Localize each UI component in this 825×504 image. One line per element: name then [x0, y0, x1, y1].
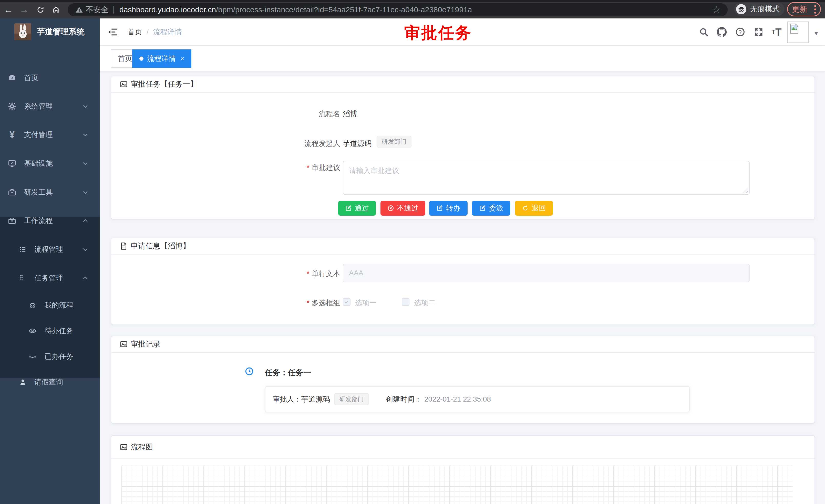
check-icon — [344, 300, 349, 305]
sidebar-item-todo-tasks[interactable]: 待办任务 — [0, 318, 100, 344]
initiator-label: 流程发起人 — [258, 139, 340, 149]
font-size-button[interactable]: TT — [771, 26, 782, 38]
chevron-down-icon — [82, 246, 89, 253]
url-path[interactable]: /bpm/process-instance/detail?id=54aa251f… — [216, 5, 472, 14]
screen: ← → 不安全 dashboard.yudao.iocoder.cn/bpm/p… — [0, 0, 825, 504]
sidebar-item-leave-query[interactable]: 请假查询 — [0, 369, 100, 395]
delegate-button[interactable]: 委派 — [472, 201, 510, 216]
search-button[interactable] — [698, 26, 710, 38]
dashboard-icon — [8, 74, 16, 82]
resize-handle[interactable] — [743, 188, 748, 193]
chevron-down-icon — [82, 103, 89, 110]
address-bar[interactable]: 不安全 dashboard.yudao.iocoder.cn/bpm/proce… — [68, 3, 728, 16]
checkbox-group-label: *多选框组 — [258, 298, 340, 308]
initiator-dept-tag: 研发部门 — [377, 136, 411, 148]
avatar-caret-icon[interactable]: ▼ — [813, 30, 819, 37]
sidebar-item-payment[interactable]: ¥ 支付管理 — [0, 120, 100, 149]
timeline-task-title: 任务：任务一 — [265, 367, 311, 378]
briefcase-icon — [8, 217, 16, 225]
sidebar-item-task-management[interactable]: 任务管理 — [0, 264, 100, 292]
list-tree-icon — [18, 245, 27, 254]
bpmn-canvas[interactable] — [122, 466, 793, 504]
toolbox-icon — [8, 188, 16, 197]
browser-update-menu[interactable]: 更新 — [787, 2, 821, 16]
chevron-up-icon — [82, 275, 89, 281]
github-button[interactable] — [716, 26, 728, 38]
security-label[interactable]: 不安全 — [86, 5, 108, 15]
browser-home-button[interactable] — [51, 5, 61, 15]
incognito-label: 无痕模式 — [750, 4, 780, 14]
edit-icon — [436, 205, 443, 212]
return-button[interactable]: 退回 — [515, 201, 553, 216]
chevron-down-icon — [82, 160, 89, 167]
breadcrumb-home[interactable]: 首页 — [128, 27, 142, 37]
created-time-label: 创建时间： — [386, 394, 422, 404]
avatar[interactable] — [787, 21, 809, 43]
approve-button[interactable]: 通过 — [338, 201, 376, 216]
fullscreen-icon — [754, 27, 763, 37]
sidebar-item-my-process[interactable]: 我的流程 — [0, 292, 100, 318]
sidebar-item-dev-tools[interactable]: 研发工具 — [0, 178, 100, 207]
close-icon[interactable]: × — [180, 55, 184, 63]
fullscreen-button[interactable] — [753, 26, 764, 38]
gear-icon — [8, 102, 16, 111]
broken-image-icon — [789, 23, 800, 34]
suggestion-textarea-wrap — [343, 161, 750, 195]
card-title: 申请信息【滔博】 — [131, 241, 190, 251]
approval-task-card: 审批任务【任务一】 流程名 滔博 流程发起人 芋道源码 研发部门 *审批建议 通… — [111, 76, 815, 220]
bookmark-star-icon[interactable]: ☆ — [712, 4, 721, 15]
checkbox-option-2[interactable] — [402, 298, 409, 306]
browser-forward-button[interactable]: → — [19, 5, 29, 15]
picture-icon — [120, 340, 128, 348]
reject-button[interactable]: 不通过 — [380, 201, 425, 216]
kebab-menu-icon[interactable] — [814, 5, 816, 14]
checkbox-option-1-label: 选项一 — [355, 298, 377, 308]
sidebar-item-process-management[interactable]: 流程管理 — [0, 235, 100, 264]
required-asterisk: * — [307, 164, 309, 172]
sidebar: 芋道管理系统 首页 系统管理 ¥ 支付管理 基础设施 研发工具 — [0, 18, 100, 504]
picture-icon — [120, 443, 128, 451]
window-frame — [0, 0, 825, 2]
flow-icon — [18, 274, 27, 282]
browser-back-button[interactable]: ← — [3, 5, 14, 15]
face-icon — [28, 301, 37, 310]
document-icon — [120, 242, 128, 250]
initiator-value: 芋道源码 — [343, 139, 372, 149]
approval-record-card: 审批记录 任务：任务一 审批人： 芋道源码 研发部门 创建时间： 2022-01… — [111, 336, 815, 424]
single-line-text-input[interactable] — [343, 264, 750, 282]
monitor-icon — [8, 159, 16, 168]
transfer-button[interactable]: 转办 — [429, 201, 468, 216]
person-icon — [18, 378, 27, 387]
help-button[interactable]: ? — [734, 26, 746, 38]
process-name-label: 流程名 — [258, 109, 340, 119]
sidebar-item-system[interactable]: 系统管理 — [0, 92, 100, 120]
url-host[interactable]: dashboard.yudao.iocoder.cn — [120, 5, 216, 14]
sidebar-logo-row[interactable]: 芋道管理系统 — [0, 22, 100, 41]
approval-task-card-header: 审批任务【任务一】 — [111, 76, 815, 93]
process-diagram-card: 流程图 — [111, 435, 815, 504]
sidebar-collapse-button[interactable] — [107, 26, 119, 38]
sidebar-item-infrastructure[interactable]: 基础设施 — [0, 149, 100, 178]
incognito-badge: 无痕模式 — [734, 3, 784, 16]
checkbox-option-1[interactable] — [343, 298, 351, 306]
apply-info-card-header: 申请信息【滔博】 — [111, 238, 815, 255]
created-time-value: 2022-01-21 22:35:08 — [424, 395, 491, 403]
tab-process-detail[interactable]: 流程详情 × — [132, 50, 192, 68]
sidebar-item-done-tasks[interactable]: 已办任务 — [0, 344, 100, 369]
process-diagram-card-header: 流程图 — [111, 436, 815, 459]
approver-label: 审批人： — [273, 394, 301, 404]
edit-icon — [479, 205, 486, 212]
svg-text:?: ? — [739, 29, 742, 35]
active-dot-icon — [139, 57, 144, 61]
card-title: 审批记录 — [131, 339, 160, 349]
sidebar-item-workflow[interactable]: 工作流程 — [0, 206, 100, 235]
eye-closed-icon — [28, 352, 37, 361]
sidebar-item-home[interactable]: 首页 — [0, 64, 100, 92]
browser-reload-button[interactable] — [35, 5, 46, 15]
undo-icon — [522, 205, 529, 212]
update-label[interactable]: 更新 — [792, 4, 807, 15]
suggestion-textarea[interactable] — [343, 161, 750, 195]
navbar: 首页 / 流程详情 审批任务 ? TT ▼ — [100, 18, 825, 46]
checkbox-option-2-label: 选项二 — [414, 298, 436, 308]
yen-icon: ¥ — [8, 131, 16, 139]
